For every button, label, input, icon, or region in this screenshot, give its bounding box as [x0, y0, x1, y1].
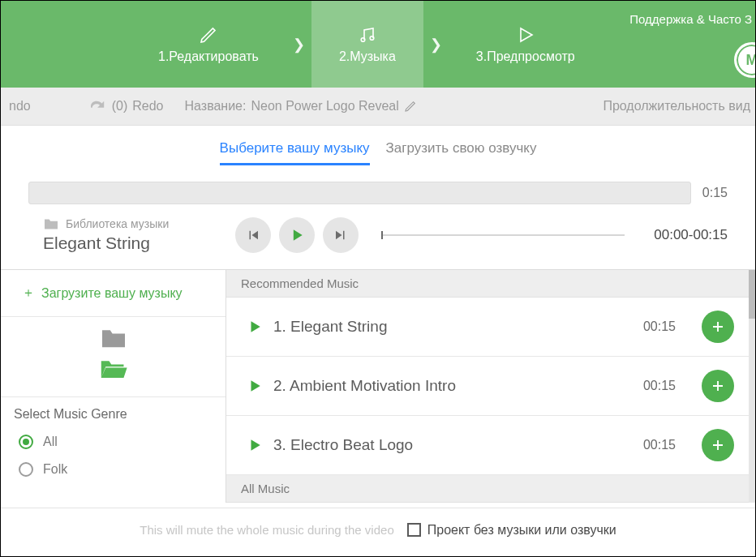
prev-track-button[interactable]: [235, 217, 271, 253]
plus-icon: ＋: [22, 285, 35, 302]
svg-point-0: [361, 37, 365, 41]
music-list: Recommended Music 1. Elegant String 00:1…: [226, 270, 755, 503]
chevron-right-icon: ❯: [286, 36, 311, 54]
library-info: Библиотека музыки Elegant String: [43, 217, 169, 253]
toolbar: ndo (0) Redo Название: Neon Power Logo R…: [1, 88, 755, 126]
play-track-button[interactable]: [247, 319, 262, 334]
tab-upload-voiceover[interactable]: Загрузить свою озвучку: [386, 140, 537, 165]
timeline-end-time: 0:15: [702, 186, 728, 200]
mute-hint: This will mute the whole music during th…: [140, 523, 393, 537]
undo-fragment: ndo: [9, 99, 31, 114]
upload-music-button[interactable]: ＋ Загрузите вашу музыку: [1, 270, 226, 317]
radio-unchecked-icon: [19, 462, 33, 477]
player-row: Библиотека музыки Elegant String 00:00-0…: [1, 212, 755, 269]
next-track-button[interactable]: [323, 217, 359, 253]
genre-label: All: [43, 435, 58, 449]
track-name: 1. Elegant String: [273, 318, 387, 336]
library-label: Библиотека музыки: [43, 217, 169, 230]
redo-button[interactable]: (0) Redo: [89, 99, 164, 114]
play-button[interactable]: [279, 217, 315, 253]
tab-select-music[interactable]: Выберите вашу музыку: [220, 140, 370, 165]
add-track-button[interactable]: [702, 370, 734, 402]
redo-count: (0): [112, 99, 128, 114]
edit-title-icon[interactable]: [404, 100, 417, 113]
player-controls: 00:00-00:15: [235, 217, 728, 253]
step-label: 3.Предпросмотр: [476, 49, 575, 64]
genre-all[interactable]: All: [1, 430, 226, 457]
step-edit[interactable]: 1.Редактировать: [131, 1, 286, 88]
current-track-name: Elegant String: [43, 234, 169, 253]
all-music-heading: All Music: [226, 475, 755, 503]
header-stepper: 1.Редактировать ❯ 2.Музыка ❯ 3.Предпросм…: [1, 1, 755, 88]
main-area: ＋ Загрузите вашу музыку Select Music Gen…: [1, 269, 755, 503]
track-duration: 00:15: [643, 438, 676, 452]
step-label: 1.Редактировать: [158, 49, 259, 64]
project-title: Название: Neon Power Logo Reveal: [185, 99, 417, 114]
track-name: 2. Ambient Motivation Intro: [273, 377, 456, 395]
folder-open-icon[interactable]: [99, 358, 128, 380]
play-outline-icon: [516, 25, 535, 45]
header-round-button[interactable]: М: [734, 42, 756, 78]
redo-label: Redo: [132, 99, 163, 114]
track-row: 3. Electro Beat Logo 00:15: [226, 416, 755, 475]
title-value: Neon Power Logo Reveal: [251, 99, 398, 114]
track-duration: 00:15: [643, 319, 676, 334]
footer: This will mute the whole music during th…: [1, 508, 755, 551]
track-row: 1. Elegant String 00:15: [226, 298, 755, 357]
step-preview[interactable]: 3.Предпросмотр: [449, 1, 603, 88]
step-music[interactable]: 2.Музыка: [311, 1, 423, 88]
player-progress[interactable]: [381, 234, 625, 236]
checkbox-icon: [407, 523, 421, 537]
folder-closed-icon[interactable]: [99, 327, 128, 349]
player-time-range: 00:00-00:15: [654, 227, 728, 243]
steps: 1.Редактировать ❯ 2.Музыка ❯ 3.Предпросм…: [131, 1, 603, 88]
step-label: 2.Музыка: [339, 49, 396, 64]
radio-checked-icon: [19, 435, 33, 449]
play-track-button[interactable]: [247, 438, 262, 452]
track-row: 2. Ambient Motivation Intro 00:15: [226, 357, 755, 416]
no-music-checkbox[interactable]: Проект без музыки или озвучки: [407, 523, 616, 538]
chevron-right-icon: ❯: [423, 36, 449, 54]
track-duration: 00:15: [643, 379, 676, 393]
scrollbar-thumb[interactable]: [749, 270, 755, 319]
folder-toggle: [1, 317, 226, 397]
music-tabs: Выберите вашу музыку Загрузить свою озву…: [1, 126, 755, 177]
upload-music-label: Загрузите вашу музыку: [41, 286, 183, 301]
folder-icon: [43, 217, 59, 230]
music-note-icon: [358, 25, 377, 45]
svg-point-1: [370, 36, 374, 40]
sidebar: ＋ Загрузите вашу музыку Select Music Gen…: [1, 270, 226, 503]
timeline-row: 0:15: [1, 177, 755, 212]
title-label: Название:: [185, 99, 247, 114]
library-label-text: Библиотека музыки: [66, 217, 169, 230]
genre-folk[interactable]: Folk: [1, 457, 226, 485]
video-duration: Продолжительность вид: [603, 99, 750, 114]
track-name: 3. Electro Beat Logo: [273, 436, 413, 454]
recommended-heading: Recommended Music: [226, 270, 755, 298]
pencil-icon: [199, 25, 218, 45]
play-track-button[interactable]: [247, 379, 262, 393]
genre-label: Folk: [43, 462, 67, 477]
waveform-bar[interactable]: [28, 182, 691, 204]
scrollbar[interactable]: [749, 270, 755, 503]
support-link[interactable]: Поддержка & Часто З: [629, 12, 755, 26]
header-right: Поддержка & Часто З М: [629, 1, 755, 88]
genre-heading: Select Music Genre: [1, 397, 226, 430]
redo-icon: [89, 99, 107, 114]
add-track-button[interactable]: [702, 311, 734, 343]
no-music-label: Проект без музыки или озвучки: [427, 523, 616, 538]
add-track-button[interactable]: [702, 429, 734, 461]
